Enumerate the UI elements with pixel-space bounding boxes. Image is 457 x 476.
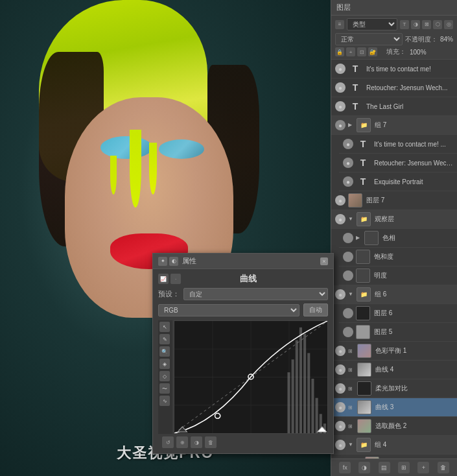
layer-item[interactable]: ⊞ 选取颜色 2 (331, 417, 457, 436)
tool-pencil[interactable]: ✎ (159, 334, 170, 344)
visibility-eye[interactable] (343, 233, 353, 243)
filter-adj-icon[interactable]: ◑ (411, 20, 420, 29)
layer-item[interactable]: T Retoucher: Jsensun Wech... (339, 154, 457, 173)
layer-name: 观察层 (375, 215, 453, 224)
panel-header-icons: 📈 · (158, 274, 181, 284)
group-expand-arrow[interactable]: ▶ (348, 122, 355, 128)
filter-text-icon[interactable]: ⊠ (422, 20, 431, 29)
visibility-eye[interactable] (343, 176, 353, 187)
visibility-eye[interactable] (335, 64, 346, 74)
group-expand-arrow[interactable]: ▼ (348, 291, 355, 298)
layer-thumbnail (364, 231, 379, 245)
layer-item[interactable]: T Exquisite Portrait (339, 173, 457, 191)
layers-list[interactable]: T It's time to contact me! T Retoucher: … (331, 60, 457, 458)
visibility-eye[interactable] (335, 101, 346, 112)
search-row: ≡ 类型 T ◑ ⊠ ⬡ ◎ (335, 18, 453, 30)
visibility-eye[interactable] (335, 82, 346, 93)
lock-artboard-icon[interactable]: ⊡ (357, 47, 366, 56)
layer-thumbnail (357, 344, 371, 358)
layer-thumbnail: T (356, 156, 370, 170)
curves-btn-delete[interactable]: 🗑 (205, 436, 217, 448)
curves-icon-chart[interactable]: 📈 (158, 274, 169, 284)
layer-item[interactable]: T Retoucher: Jsensun Wech... (331, 78, 457, 97)
layer-item[interactable]: ▶ 色相 (339, 229, 457, 248)
visibility-eye[interactable] (335, 346, 346, 356)
footer-group-button[interactable]: ⊞ (398, 462, 410, 473)
layer-thumbnail (357, 381, 371, 396)
curves-icon-dot[interactable]: · (170, 274, 181, 284)
lock-pos-icon[interactable]: + (346, 47, 355, 56)
footer-mask-button[interactable]: ◑ (358, 462, 370, 473)
visibility-eye[interactable] (335, 402, 346, 412)
layers-controls: ≡ 类型 T ◑ ⊠ ⬡ ◎ 正常 不透明度： 84% 🔒 + ⊡ (331, 16, 457, 60)
curves-btn-reset[interactable]: ↺ (162, 436, 174, 448)
visibility-eye[interactable] (335, 120, 346, 130)
lock-pixel-icon[interactable]: 🔒 (335, 47, 344, 56)
layer-item[interactable]: T It's time to contact me! (331, 60, 457, 78)
layer-name: 组 6 (375, 290, 453, 299)
visibility-eye[interactable] (343, 158, 353, 168)
layer-item[interactable]: 图层 6 (339, 304, 457, 323)
tool-eyedrop-light[interactable]: ◇ (159, 371, 170, 381)
visibility-eye[interactable] (335, 214, 346, 224)
visibility-eye[interactable] (343, 327, 353, 337)
group-arrow[interactable]: ▶ (356, 235, 362, 241)
layer-group-item[interactable]: ▶ 📁 组 7 (331, 116, 457, 135)
curves-graph[interactable] (174, 320, 328, 434)
layer-item[interactable]: ⊞ 色相/饱和度 ... (339, 455, 457, 458)
layer-link-icon: ⊞ (348, 348, 356, 354)
visibility-eye[interactable] (335, 289, 346, 300)
layer-item[interactable]: ⊞ 柔光加对比 (331, 379, 457, 398)
curves-panel-close[interactable]: × (320, 257, 328, 265)
visibility-eye[interactable] (343, 139, 353, 149)
layer-item[interactable]: 图层 7 (331, 191, 457, 210)
visibility-eye[interactable] (335, 383, 346, 394)
layer-item-active[interactable]: ⊞ 曲线 3 (331, 398, 457, 417)
auto-button[interactable]: 自动 (303, 303, 328, 316)
curves-btn-link[interactable]: ⊕ (176, 436, 188, 448)
layer-group-item[interactable]: ▼ 📁 组 4 (331, 436, 457, 455)
preset-select[interactable]: 自定 (183, 288, 328, 300)
footer-fx-button[interactable]: fx (339, 462, 351, 473)
visibility-eye[interactable] (335, 421, 346, 431)
visibility-eye[interactable] (343, 252, 353, 262)
tool-eyedrop-dark[interactable]: 🔍 (159, 346, 170, 357)
visibility-eye[interactable] (335, 364, 346, 375)
channel-select[interactable]: RGB (158, 304, 299, 316)
filter-pixel-icon[interactable]: T (400, 20, 409, 29)
group-expand-arrow[interactable]: ▼ (348, 442, 355, 448)
curves-btn-mask[interactable]: ◑ (191, 436, 202, 448)
layer-item[interactable]: T The Last Girl (331, 97, 457, 116)
lock-all-icon[interactable]: 🔐 (368, 47, 377, 56)
tool-eyedrop-mid[interactable]: ◈ (159, 359, 170, 369)
visibility-eye[interactable] (343, 308, 353, 318)
layer-item[interactable]: 饱和度 (339, 248, 457, 267)
layer-link-icon: ⊞ (348, 367, 356, 373)
layer-item[interactable]: T It's time to contact me! ... (339, 135, 457, 154)
panel-icon-2[interactable]: ◐ (169, 257, 178, 266)
blend-mode-select[interactable]: 正常 (335, 33, 403, 45)
layer-item[interactable]: 明度 (339, 267, 457, 285)
layer-group-item[interactable]: ▼ 📁 观察层 (331, 210, 457, 229)
layer-type-filter[interactable]: 类型 (347, 18, 397, 30)
visibility-eye[interactable] (335, 440, 346, 450)
group-expand-arrow[interactable]: ▼ (348, 216, 355, 222)
filter-smart-icon[interactable]: ◎ (444, 20, 453, 29)
tool-smooth[interactable]: 〜 (159, 383, 170, 394)
visibility-eye[interactable] (343, 270, 353, 281)
visibility-eye[interactable] (335, 195, 346, 206)
filter-shape-icon[interactable]: ⬡ (433, 20, 442, 29)
tool-pointer[interactable]: ↖ (159, 322, 170, 332)
footer-delete-button[interactable]: 🗑 (438, 462, 449, 473)
layer-group-item[interactable]: ▼ 📁 组 6 (331, 285, 457, 304)
tool-histogram[interactable]: ∿ (159, 396, 170, 406)
footer-adj-button[interactable]: ▤ (379, 462, 390, 473)
layer-item[interactable]: ⊞ 曲线 4 (331, 361, 457, 379)
layer-item[interactable]: ⊞ 色彩平衡 1 (331, 342, 457, 361)
layer-thumbnail: T (356, 174, 370, 189)
layer-item[interactable]: 图层 5 (339, 323, 457, 342)
footer-new-button[interactable]: + (417, 462, 429, 473)
layer-name: 曲线 4 (375, 365, 453, 374)
eye-left-shadow (100, 136, 152, 159)
panel-icon-1[interactable]: ✦ (158, 257, 167, 266)
